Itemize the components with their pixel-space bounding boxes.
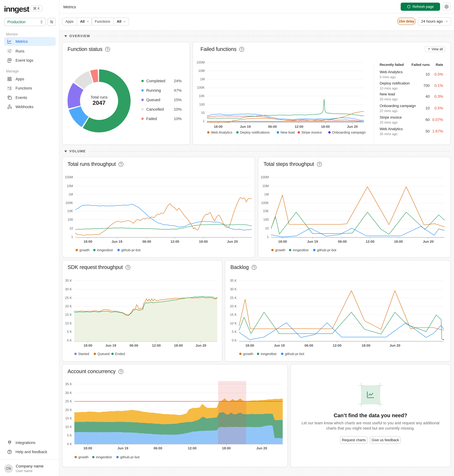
svg-text:Jun 19: Jun 19 [112,240,122,243]
svg-text:35 K: 35 K [230,279,237,282]
svg-text:Stripe invoice: Stripe invoice [301,130,322,134]
svg-text:Failed: Failed [146,117,157,121]
svg-text:12:00: 12:00 [188,446,197,450]
svg-text:100K: 100K [261,201,269,205]
svg-text:inngestbot: inngestbot [293,248,309,252]
svg-text:12:00: 12:00 [152,344,161,347]
svg-text:100K: 100K [197,86,205,89]
svg-text:18:00: 18:00 [394,240,403,243]
svg-text:10M: 10M [262,184,269,188]
svg-text:18:00: 18:00 [222,446,231,450]
svg-text:10: 10 [425,72,430,76]
svg-text:Web Analytics: Web Analytics [380,70,403,74]
svg-text:Deploy notification: Deploy notification [380,81,410,85]
svg-text:100K: 100K [65,201,73,205]
svg-text:25 K: 25 K [65,296,72,300]
svg-text:10%: 10% [174,117,182,121]
svg-text:10: 10 [201,111,205,115]
svg-text:10K: 10K [199,94,205,98]
svg-text:2047: 2047 [93,100,106,106]
svg-text:18:00: 18:00 [362,344,371,347]
svg-text:1M: 1M [264,192,269,196]
svg-text:growth: growth [78,455,89,459]
svg-text:Queued: Queued [146,98,160,102]
svg-text:10: 10 [425,106,430,110]
svg-text:18:00: 18:00 [321,125,330,129]
svg-text:0.07%: 0.07% [432,117,443,122]
svg-text:1: 1 [71,235,73,239]
svg-text:Queued: Queued [98,352,110,356]
svg-text:10 K: 10 K [65,322,72,325]
svg-text:1M: 1M [68,192,73,196]
svg-text:20 mins ago: 20 mins ago [380,97,398,101]
svg-text:5 K: 5 K [232,330,237,334]
svg-text:06:00: 06:00 [304,344,313,347]
svg-text:New lead: New lead [380,92,395,96]
svg-text:15 K: 15 K [230,313,237,316]
svg-text:1: 1 [267,235,269,239]
svg-text:18:00: 18:00 [83,240,92,243]
svg-text:0 K: 0 K [232,338,237,342]
svg-text:10 mins ago: 10 mins ago [380,87,398,90]
svg-text:5 K: 5 K [67,433,72,437]
svg-text:06:00: 06:00 [268,125,277,129]
svg-text:0.5%: 0.5% [434,106,443,110]
svg-text:Cancelled: Cancelled [146,107,164,111]
svg-text:100: 100 [263,218,269,221]
svg-text:12:00: 12:00 [171,240,179,243]
svg-text:25 K: 25 K [230,296,237,300]
svg-text:github-pr-bot: github-pr-bot [120,455,139,459]
svg-text:12:00: 12:00 [366,240,375,243]
svg-text:github-pr-bot: github-pr-bot [285,352,304,356]
svg-text:0 K: 0 K [67,338,72,342]
svg-text:growth: growth [79,248,90,252]
svg-text:15%: 15% [174,98,182,102]
svg-text:Jun 19: Jun 19 [274,344,285,347]
svg-text:06:00: 06:00 [154,446,162,450]
svg-text:Onboarding campaign: Onboarding campaign [332,130,366,134]
svg-text:Started: Started [78,352,89,356]
svg-text:10: 10 [69,227,73,230]
svg-text:10%: 10% [174,107,182,111]
svg-text:10K: 10K [67,209,73,213]
svg-text:5 mins ago: 5 mins ago [380,75,396,79]
svg-text:Jun 20: Jun 20 [347,125,358,129]
svg-text:Rate: Rate [436,63,443,67]
svg-text:Total runs: Total runs [91,95,108,99]
svg-text:10 K: 10 K [65,425,72,429]
svg-text:Running: Running [146,88,161,93]
svg-text:1.67%: 1.67% [432,129,443,133]
svg-text:Jun 20: Jun 20 [196,344,206,347]
svg-text:Deploy notifications: Deploy notifications [240,130,270,134]
svg-text:50: 50 [425,129,430,133]
svg-text:inngestbot: inngestbot [97,248,113,252]
svg-text:10K: 10K [263,209,269,213]
svg-text:Jun 19: Jun 19 [117,446,128,450]
svg-text:Jun 20: Jun 20 [256,446,267,450]
svg-text:Failed runs: Failed runs [411,63,430,67]
svg-text:Jun 20: Jun 20 [423,240,434,243]
svg-text:18:00: 18:00 [245,344,254,347]
svg-text:0.5%: 0.5% [434,72,443,76]
svg-text:10 K: 10 K [230,322,237,325]
svg-text:12:00: 12:00 [333,344,341,347]
svg-text:10: 10 [265,227,269,230]
svg-text:Jun 19: Jun 19 [105,344,116,347]
svg-text:06:00: 06:00 [129,344,138,347]
svg-text:18:00: 18:00 [214,125,223,129]
svg-text:35 K: 35 K [65,382,72,386]
svg-text:10M: 10M [67,184,73,188]
svg-text:35 mins ago: 35 mins ago [380,132,398,136]
svg-text:700: 700 [424,83,430,88]
svg-text:30 K: 30 K [65,287,72,291]
svg-text:100M: 100M [65,175,73,179]
svg-text:18:00: 18:00 [199,240,208,243]
svg-text:20 K: 20 K [65,408,72,412]
svg-text:15 K: 15 K [65,313,72,316]
svg-text:25 K: 25 K [65,399,72,403]
svg-text:20 K: 20 K [65,304,72,308]
svg-text:100M: 100M [260,175,269,179]
svg-text:inngestbot: inngestbot [96,455,112,459]
svg-text:Recently failed: Recently failed [380,63,404,67]
svg-text:12:00: 12:00 [295,125,303,129]
